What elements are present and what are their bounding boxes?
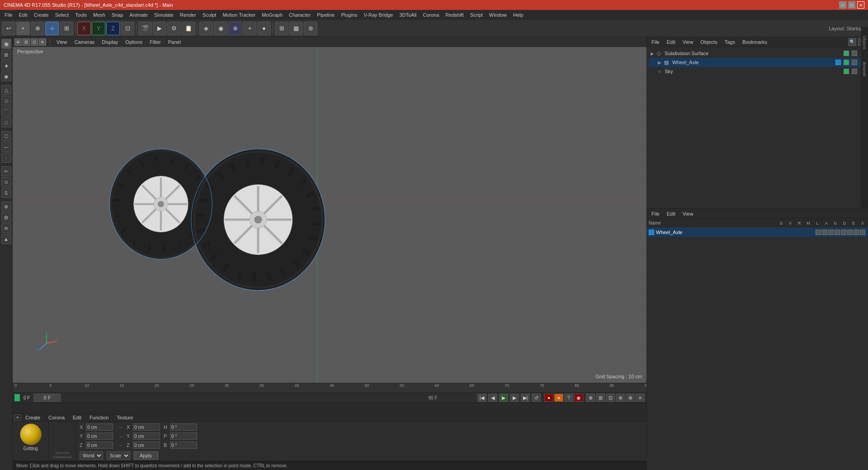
cameras-menu[interactable]: Cameras — [72, 38, 98, 46]
material-ball[interactable] — [20, 423, 42, 445]
knife-button[interactable]: ✂ — [1, 166, 11, 176]
snap-button[interactable]: ⊛ — [304, 22, 317, 35]
viewport-display-button[interactable]: ▣ — [1, 39, 11, 49]
wireframe-button[interactable]: ⊞ — [1, 50, 11, 60]
smooth-button[interactable]: ≋ — [1, 223, 11, 233]
nurbs-button[interactable]: ◇ — [1, 96, 11, 106]
menu-item-motion-tracker[interactable]: Motion Tracker — [220, 11, 258, 19]
minimize-button[interactable]: ─ — [839, 1, 846, 9]
point-button[interactable]: · — [1, 153, 11, 163]
z-rot-input[interactable] — [133, 442, 160, 449]
render-check-1[interactable] — [852, 51, 857, 56]
motion-loop-button[interactable]: ⊛ — [616, 394, 625, 402]
add-object-button[interactable]: + — [16, 22, 30, 35]
selected-attr-row[interactable]: Wheel_Axle — [647, 228, 868, 237]
edit-menu-attr[interactable]: Edit — [664, 210, 678, 217]
prev-frame-button[interactable]: ◀ — [488, 394, 497, 402]
object-mode-button[interactable]: ⊕ — [228, 22, 242, 35]
b-input[interactable] — [170, 442, 197, 449]
x-pos-input[interactable] — [86, 423, 113, 431]
search-obj-button[interactable]: 🔍 — [848, 38, 856, 46]
move-tool-button[interactable]: ⊹ — [45, 22, 59, 35]
menu-item-file[interactable]: File — [2, 11, 15, 19]
motion-key-button[interactable]: ⊞ — [596, 394, 605, 402]
menu-item-sculpt[interactable]: Sculpt — [200, 11, 219, 19]
tab-function[interactable]: Function — [86, 414, 112, 421]
menu-item-window[interactable]: Window — [486, 11, 509, 19]
menu-item-plugins[interactable]: Plugins — [338, 11, 360, 19]
live-select-button[interactable]: ⊕ — [31, 22, 44, 35]
keyframe-button[interactable]: ● — [544, 394, 553, 402]
scale-tool-button[interactable]: ⊞ — [60, 22, 73, 35]
x-rot-input[interactable] — [133, 423, 160, 431]
y-pos-input[interactable] — [86, 432, 113, 440]
scale-select[interactable]: Scale — [107, 451, 130, 460]
goto-start-button[interactable]: |◀ — [477, 394, 486, 402]
h-input[interactable] — [170, 423, 197, 431]
polygon-button[interactable]: ⬡ — [1, 131, 11, 141]
filter-menu[interactable]: Filter — [147, 38, 163, 46]
render-check-2[interactable] — [852, 60, 857, 65]
file-menu-obj[interactable]: File — [649, 38, 662, 46]
menu-item-character[interactable]: Character — [286, 11, 313, 19]
render-settings-button[interactable]: ⚙ — [167, 22, 181, 35]
z-axis-button[interactable]: Z — [106, 22, 120, 35]
bookmarks-menu[interactable]: Bookmarks — [740, 38, 770, 46]
motion-range-button[interactable]: ⊕ — [626, 394, 635, 402]
keyframe-help-button[interactable]: ? — [564, 394, 573, 402]
timeline-ruler[interactable]: 051015202530354045505560657075808590 — [13, 383, 646, 392]
sculpt-mode-button[interactable]: ⌖ — [243, 22, 256, 35]
render-active-button[interactable]: ▶ — [153, 22, 166, 35]
primitive-button[interactable]: □ — [1, 118, 11, 127]
y-rot-input[interactable] — [133, 432, 160, 440]
viewport[interactable]: X Y Z ⊕ ⊞ ⊡ ⊛ View Cameras Display — [13, 37, 646, 383]
view-menu-attr[interactable]: View — [680, 210, 696, 217]
close-button[interactable]: ✕ — [857, 1, 864, 9]
tree-item-wheel-axle[interactable]: ▶ ▤ Wheel_Axle … — [649, 58, 866, 67]
tree-item-subdivision[interactable]: ▶ ◇ Subdivision Surface … — [649, 49, 866, 58]
z-pos-input[interactable] — [86, 442, 113, 449]
p-input[interactable] — [170, 432, 197, 440]
vtab-browser[interactable]: Browser — [861, 56, 868, 83]
paint-button[interactable]: ⊕ — [1, 202, 11, 212]
tab-edit[interactable]: Edit — [69, 414, 85, 421]
edge-button[interactable]: — — [1, 142, 11, 152]
menu-item-snap[interactable]: Snap — [109, 11, 126, 19]
menu-item-mesh[interactable]: Mesh — [90, 11, 108, 19]
menu-item-animate[interactable]: Animate — [127, 11, 151, 19]
objects-menu[interactable]: Objects — [698, 38, 720, 46]
vtab-objects[interactable]: Objects — [861, 29, 868, 56]
options-menu[interactable]: Options — [123, 38, 145, 46]
tree-item-sky[interactable]: ○ Sky … — [649, 67, 866, 76]
display-grid-button[interactable]: ▦ — [289, 22, 303, 35]
view-menu-obj[interactable]: View — [680, 38, 696, 46]
menu-item-corona[interactable]: Corona — [420, 11, 442, 19]
menu-item-mograph[interactable]: MoGraph — [259, 11, 285, 19]
sculpt-tool-button[interactable]: ⊞ — [1, 212, 11, 222]
display-menu[interactable]: Display — [99, 38, 121, 46]
all-axis-button[interactable]: ⊡ — [121, 22, 134, 35]
undo-button[interactable]: ↩ — [2, 22, 15, 35]
magnet-button[interactable]: ⊃ — [1, 177, 11, 187]
keyframe-orange-button[interactable]: ● — [554, 394, 563, 402]
render-queue-button[interactable]: 📋 — [182, 22, 195, 35]
menu-item-edit[interactable]: Edit — [16, 11, 30, 19]
gouraud-button[interactable]: ◉ — [1, 71, 11, 81]
menu-item-create[interactable]: Create — [31, 11, 52, 19]
y-axis-button[interactable]: Y — [92, 22, 105, 35]
spline-button[interactable]: ⌒ — [1, 107, 11, 117]
motion-expand-button[interactable]: ≡ — [636, 394, 645, 402]
menu-item-help[interactable]: Help — [510, 11, 526, 19]
menu-item-3dtoall[interactable]: 3DToAll — [396, 11, 419, 19]
menu-item-tools[interactable]: Tools — [72, 11, 90, 19]
model-mode-button[interactable]: ◈ — [199, 22, 213, 35]
goto-end-button[interactable]: ▶| — [521, 394, 530, 402]
menu-item-pipeline[interactable]: Pipeline — [314, 11, 337, 19]
motion-record-button[interactable]: ⊕ — [586, 394, 595, 402]
view-menu[interactable]: View — [54, 38, 70, 46]
tab-texture[interactable]: Texture — [113, 414, 137, 421]
tab-corona[interactable]: Corona — [45, 414, 68, 421]
phong-button[interactable]: △ — [1, 85, 11, 95]
loop-button[interactable]: ↺ — [532, 394, 541, 402]
timeline-key-button[interactable]: ◉ — [574, 394, 583, 402]
